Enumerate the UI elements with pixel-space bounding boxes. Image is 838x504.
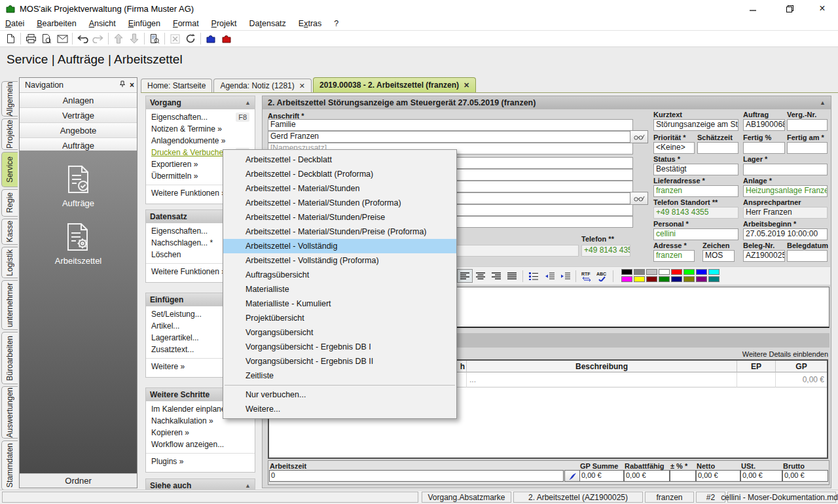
color-swatch[interactable] [646, 269, 657, 275]
color-swatch[interactable] [659, 269, 670, 275]
belegdatum-input[interactable] [787, 250, 828, 262]
anlage-input[interactable]: Heizungsanlage Franzen [743, 185, 828, 197]
menu-format[interactable]: Format [173, 19, 199, 28]
menu-datensatz[interactable]: Datensatz [249, 19, 286, 28]
zeichen-input[interactable]: MOS [702, 250, 735, 262]
workbook-tab-allgemein[interactable]: Allgemein [1, 81, 18, 117]
items-row-ep[interactable] [737, 372, 776, 387]
action-kopieren[interactable]: Kopieren » [146, 427, 255, 439]
spellcheck-icon[interactable]: ABC [594, 269, 610, 283]
rtf-icon[interactable]: RTF [579, 269, 594, 283]
arbeitsbeginn-input[interactable]: 27.05.2019 10:00:00 [743, 228, 828, 240]
action-notizen-termine[interactable]: Notizen & Termine » [146, 123, 255, 135]
items-col-ep-header[interactable]: EP [737, 361, 776, 372]
menu-item-materialliste[interactable]: Materialliste [223, 282, 456, 297]
bullet-list-icon[interactable] [526, 269, 541, 283]
color-swatch[interactable] [708, 269, 720, 275]
menu-item-material-stunden-proforma[interactable]: Arbeitszettel - Material/Stunden (Profor… [223, 196, 456, 210]
address-lookup-button[interactable] [630, 130, 648, 143]
menu-item-material-stunden[interactable]: Arbeitszettel - Material/Stunden [223, 181, 456, 196]
menu-einfuegen[interactable]: Einfügen [128, 19, 160, 28]
menu-item-vorgangsuebersicht[interactable]: Vorgangsübersicht [223, 325, 456, 340]
schaetzzeit-input[interactable] [697, 142, 738, 154]
outdent-icon[interactable] [541, 269, 557, 283]
menu-extras[interactable]: Extras [299, 19, 321, 28]
auftrag-input[interactable]: AB1900068 [743, 119, 785, 131]
collapse-icon[interactable]: ▲ [245, 482, 251, 489]
fertig-am-input[interactable] [787, 142, 828, 154]
tab-close-icon[interactable]: ✕ [464, 81, 469, 90]
menu-bearbeiten[interactable]: Bearbeiten [37, 19, 76, 28]
menu-item-zeitliste[interactable]: Zeitliste [223, 369, 456, 383]
workbook-tab-regie[interactable]: Regie [1, 189, 18, 217]
lieferadresse-input[interactable]: franzen [653, 185, 738, 197]
menu-hilfe[interactable]: ? [334, 19, 338, 28]
menu-item-vorgangsuebersicht-db2[interactable]: Vorgangsübersicht - Ergebnis DB II [223, 354, 456, 369]
kurztext-input[interactable]: Störungsanzeige am Steue [653, 119, 738, 131]
color-swatch[interactable] [621, 269, 632, 275]
menu-item-weitere[interactable]: Weitere... [223, 402, 456, 416]
nav-shortcut-auftraege[interactable]: Aufträge [62, 165, 94, 208]
collapse-icon[interactable]: ▲ [245, 99, 251, 106]
beleg-nr-input[interactable]: AZ1900025 [743, 250, 785, 262]
action-plugins[interactable]: Plugins » [146, 453, 255, 470]
menu-item-materialliste-kumuliert[interactable]: Materialliste - Kumuliert [223, 297, 456, 311]
workbook-tab-service[interactable]: Service [1, 152, 18, 187]
nav-footer-ordner[interactable]: Ordner [20, 473, 137, 488]
workbook-tab-unternehmer[interactable]: unternehmer [1, 280, 18, 330]
nav-folder-vertraege[interactable]: Verträge [20, 108, 137, 123]
menu-datei[interactable]: Datei [5, 19, 24, 28]
minimize-button[interactable] [738, 0, 767, 17]
color-swatch[interactable] [646, 276, 657, 282]
nav-folder-angebote[interactable]: Angebote [20, 123, 137, 138]
address-lookup-button-2[interactable] [630, 192, 648, 205]
menu-item-auftragsuebersicht[interactable]: Auftragsübersicht [223, 268, 456, 282]
color-swatch[interactable] [683, 269, 695, 275]
color-swatch[interactable] [696, 269, 707, 275]
print-icon[interactable] [23, 31, 39, 46]
color-swatch[interactable] [671, 276, 682, 282]
fertig-pct-input[interactable] [743, 142, 785, 154]
new-document-icon[interactable] [3, 31, 18, 46]
menu-item-material-stunden-preise-proforma[interactable]: Arbeitszettel - Material/Stunden/Preise … [223, 225, 456, 239]
tab-arbeitszettel-active[interactable]: 2019.00038 - 2. Arbeitszettel (franzen)✕ [313, 77, 476, 92]
lager-input[interactable] [743, 164, 828, 175]
nav-folder-anlagen[interactable]: Anlagen [20, 93, 137, 108]
undo-icon[interactable] [75, 31, 90, 46]
nav-shortcut-arbeitszettel[interactable]: Arbeitszettel [55, 223, 102, 266]
items-row-beschreibung[interactable]: ... [467, 372, 737, 387]
personal-input[interactable]: cellini [653, 228, 738, 240]
adresse-input[interactable]: franzen [653, 250, 695, 262]
menu-ansicht[interactable]: Ansicht [89, 19, 116, 28]
color-swatch[interactable] [696, 276, 707, 282]
align-center-icon[interactable] [473, 269, 488, 283]
print-preview-icon[interactable] [39, 31, 54, 46]
email-icon[interactable] [54, 31, 70, 46]
workbook-tab-auswertungen[interactable]: Auswertungen [1, 386, 18, 439]
workbook-tab-kasse[interactable]: Kasse [1, 219, 18, 245]
color-swatch[interactable] [634, 276, 645, 282]
workbook-tab-stammdaten[interactable]: Stammdaten [1, 441, 18, 490]
restore-button[interactable] [775, 0, 804, 17]
align-left-icon[interactable] [457, 269, 473, 283]
verg-nr-input[interactable] [787, 119, 828, 131]
action-eigenschaften[interactable]: Eigenschaften...F8 [146, 111, 255, 123]
close-button[interactable]: × [808, 0, 837, 17]
color-swatch[interactable] [708, 276, 720, 282]
align-justify-icon[interactable] [504, 269, 520, 283]
collapse-icon[interactable]: ▲ [820, 99, 826, 106]
color-swatch[interactable] [621, 276, 632, 282]
menu-item-projektuebersicht[interactable]: Projektübersicht [223, 311, 456, 325]
workbook-tab-bueroarbeiten[interactable]: Büroarbeiten [1, 332, 18, 384]
plugin-red-icon[interactable] [219, 31, 234, 46]
color-swatch[interactable] [683, 276, 695, 282]
status-input[interactable]: Bestätigt [653, 164, 738, 175]
items-col-beschreibung-header[interactable]: Beschreibung [467, 361, 737, 372]
arbeitszeit-input[interactable]: 0 [269, 470, 564, 482]
items-row-gp[interactable]: 0,00 € [776, 372, 827, 387]
color-swatch[interactable] [659, 276, 670, 282]
menu-item-deckblatt[interactable]: Arbeitszettel - Deckblatt [223, 153, 456, 167]
action-anlagendokumente[interactable]: Anlagendokumente » [146, 135, 255, 147]
plugin-blue-icon[interactable] [203, 31, 219, 46]
align-right-icon[interactable] [488, 269, 504, 283]
